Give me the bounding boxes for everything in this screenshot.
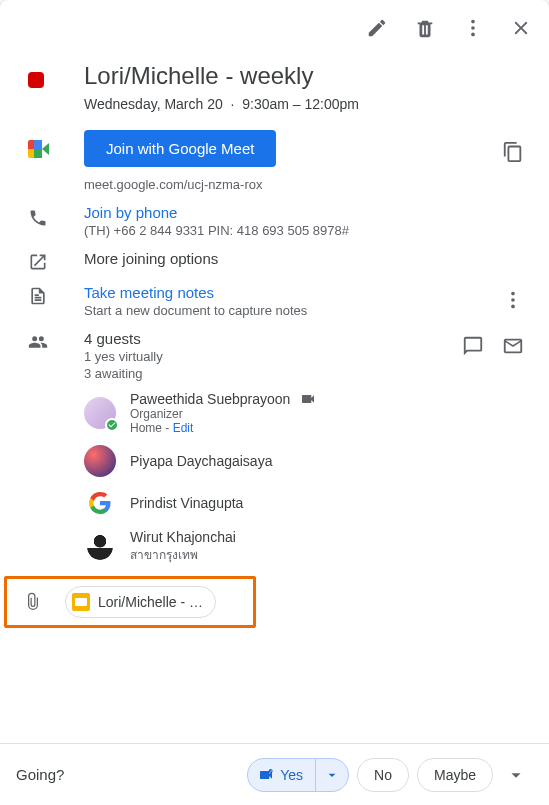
copy-icon <box>502 141 524 163</box>
options-button[interactable] <box>453 8 493 48</box>
guest-name: Wirut Khajonchai <box>130 529 236 545</box>
event-title: Lori/Michelle - weekly <box>84 60 529 92</box>
close-button[interactable] <box>501 8 541 48</box>
avatar <box>84 487 116 519</box>
join-meet-button[interactable]: Join with Google Meet <box>84 130 276 167</box>
meet-link-text: meet.google.com/ucj-nzma-rox <box>84 177 529 192</box>
svg-point-5 <box>511 305 515 309</box>
avatar <box>84 397 116 429</box>
phone-detail: (TH) +66 2 844 9331 PIN: 418 693 505 897… <box>84 223 529 238</box>
email-icon <box>502 335 524 357</box>
collapse-button[interactable] <box>499 764 533 786</box>
guest-sub: สาขากรุงเทพ <box>130 545 236 564</box>
rsvp-yes-button[interactable]: Yes <box>248 759 316 791</box>
guest-row[interactable]: Piyapa Daychagaisaya <box>84 445 529 477</box>
rsvp-bar: Going? Yes No Maybe <box>0 743 549 805</box>
svg-point-0 <box>471 20 475 24</box>
svg-point-2 <box>471 33 475 37</box>
virtual-yes-icon <box>258 767 274 783</box>
svg-point-6 <box>269 769 273 773</box>
svg-point-3 <box>511 292 515 296</box>
edit-location-link[interactable]: Edit <box>173 421 194 435</box>
avatar <box>84 531 116 563</box>
attachment-highlight: Lori/Michelle - … <box>4 576 256 628</box>
trash-icon <box>414 17 436 39</box>
google-meet-icon <box>28 140 50 158</box>
video-icon <box>300 391 316 407</box>
rsvp-question: Going? <box>16 766 64 783</box>
copy-meet-link-button[interactable] <box>497 136 529 168</box>
email-guests-button[interactable] <box>497 330 529 362</box>
rsvp-maybe-button[interactable]: Maybe <box>417 758 493 792</box>
more-joining-options-link[interactable]: More joining options <box>84 250 529 267</box>
guest-row[interactable]: Prindist Vinagupta <box>84 487 529 519</box>
chevron-down-icon <box>505 764 527 786</box>
notes-options-button[interactable] <box>497 284 529 316</box>
top-actions <box>357 8 541 48</box>
avatar <box>84 445 116 477</box>
guest-role: Organizer <box>130 407 316 421</box>
guest-name: Paweethida Suebprayoon <box>130 391 290 407</box>
rsvp-no-button[interactable]: No <box>357 758 409 792</box>
event-body: Lori/Michelle - weekly Wednesday, March … <box>0 56 549 743</box>
guest-row[interactable]: Paweethida Suebprayoon Organizer Home - … <box>84 391 529 435</box>
join-by-phone-link[interactable]: Join by phone <box>84 204 529 221</box>
phone-icon <box>28 208 48 228</box>
take-notes-link[interactable]: Take meeting notes <box>84 284 529 301</box>
attachment-label: Lori/Michelle - … <box>98 594 203 610</box>
attachment-icon <box>23 592 43 612</box>
guests-awaiting: 3 awaiting <box>84 366 529 381</box>
attachment-chip[interactable]: Lori/Michelle - … <box>65 586 216 618</box>
event-color-chip <box>28 72 44 88</box>
open-external-icon <box>28 252 48 272</box>
more-vert-icon <box>462 17 484 39</box>
edit-button[interactable] <box>357 8 397 48</box>
more-vert-icon <box>502 289 524 311</box>
take-notes-sub: Start a new document to capture notes <box>84 303 529 318</box>
event-datetime: Wednesday, March 20 · 9:30am – 12:00pm <box>84 96 529 112</box>
event-detail-card: Lori/Michelle - weekly Wednesday, March … <box>0 0 549 805</box>
accepted-badge <box>105 418 119 432</box>
open-chat-button[interactable] <box>457 330 489 362</box>
guest-row[interactable]: Wirut Khajonchai สาขากรุงเทพ <box>84 529 529 564</box>
slides-icon <box>72 593 90 611</box>
close-icon <box>510 17 532 39</box>
rsvp-yes-group: Yes <box>247 758 349 792</box>
chat-icon <box>462 335 484 357</box>
document-icon <box>28 286 48 306</box>
guest-name: Piyapa Daychagaisaya <box>130 453 272 469</box>
pencil-icon <box>366 17 388 39</box>
guest-name: Prindist Vinagupta <box>130 495 243 511</box>
svg-point-1 <box>471 26 475 30</box>
delete-button[interactable] <box>405 8 445 48</box>
svg-point-4 <box>511 298 515 302</box>
rsvp-yes-dropdown[interactable] <box>316 759 348 791</box>
caret-down-icon <box>324 767 340 783</box>
people-icon <box>28 332 48 352</box>
